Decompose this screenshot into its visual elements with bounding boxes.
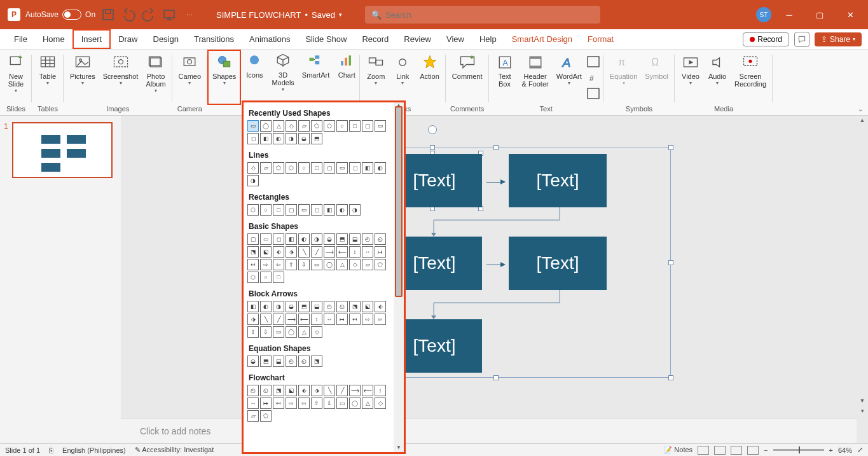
shape-gallery-item[interactable]: ↕ (349, 246, 361, 258)
minimize-button[interactable]: ─ (776, 5, 802, 24)
shape-gallery-item[interactable]: ◐ (298, 233, 310, 245)
shape-gallery-item[interactable]: ⟵ (362, 385, 373, 396)
shape-gallery-item[interactable]: ◵ (375, 233, 386, 245)
shape-gallery-item[interactable]: ↕ (375, 385, 386, 396)
shape-gallery-item[interactable]: ▢ (324, 162, 335, 174)
shape-gallery-item[interactable]: ⇦ (375, 314, 386, 325)
shape-gallery-item[interactable]: ⬔ (273, 385, 284, 396)
shape-gallery-item[interactable]: ⬕ (260, 246, 272, 258)
shape-gallery-item[interactable]: ↔ (362, 246, 373, 258)
shape-gallery-item[interactable]: ◒ (286, 301, 297, 312)
wordart-button[interactable]: AWordArt▾ (553, 51, 586, 104)
shape-gallery-item[interactable]: ⬒ (336, 233, 348, 245)
fit-to-window-button[interactable]: ⤢ (857, 446, 863, 454)
shape-gallery-item[interactable]: ◑ (247, 175, 259, 186)
table-button[interactable]: Table ▾ (34, 51, 61, 104)
zoom-slider[interactable] (773, 449, 824, 451)
reading-view-button[interactable] (731, 446, 742, 455)
tab-draw[interactable]: Draw (111, 31, 145, 48)
shape-gallery-item[interactable]: ◐ (260, 301, 272, 312)
shape-gallery-item[interactable]: ╱ (273, 314, 284, 325)
shape-gallery-item[interactable]: ▭ (247, 120, 259, 132)
shape-gallery-item[interactable]: ⬠ (375, 259, 386, 270)
tab-help[interactable]: Help (472, 31, 504, 48)
language-indicator[interactable]: English (Philippines) (62, 446, 126, 454)
selection-handle[interactable] (668, 375, 673, 380)
shape-gallery-item[interactable]: ◯ (286, 326, 297, 338)
notes-placeholder[interactable]: Click to add notes (121, 426, 210, 436)
shape-gallery-item[interactable]: ◴ (247, 385, 259, 396)
shape-gallery-item[interactable]: ⬒ (298, 301, 310, 312)
shape-gallery-item[interactable]: ⬒ (260, 356, 272, 367)
equation-button[interactable]: πEquation▾ (606, 51, 641, 104)
shape-gallery-item[interactable]: ▭ (336, 162, 348, 174)
shape-gallery-item[interactable]: ⟵ (336, 246, 348, 258)
tab-file[interactable]: File (6, 31, 35, 48)
shape-gallery-item[interactable]: ◐ (336, 204, 348, 216)
shape-gallery-item[interactable]: ↔ (247, 397, 259, 409)
shape-gallery-item[interactable]: ↔ (324, 314, 335, 325)
shape-gallery-item[interactable]: ⬔ (349, 301, 361, 312)
shape-gallery-item[interactable]: ⇨ (260, 259, 272, 270)
shape-gallery-item[interactable]: ⇩ (298, 259, 310, 270)
shape-gallery-item[interactable]: ⇦ (273, 259, 284, 270)
shape-gallery-item[interactable]: △ (336, 259, 348, 270)
normal-view-button[interactable] (698, 446, 709, 455)
shape-gallery-item[interactable]: ◒ (298, 133, 310, 144)
shape-gallery-item[interactable]: ⬖ (298, 385, 310, 396)
tab-smartart-design[interactable]: SmartArt Design (504, 31, 580, 48)
qat-more-icon[interactable]: ⋯ (182, 7, 197, 22)
slide-thumbnail-1[interactable] (12, 122, 113, 178)
shape-gallery-item[interactable]: ▱ (362, 259, 373, 270)
selection-handle[interactable] (493, 375, 499, 380)
shape-gallery-item[interactable]: ⇧ (247, 326, 259, 338)
smartart-button[interactable]: SmartArt (298, 50, 333, 105)
selection-handle[interactable] (668, 145, 673, 150)
slide-sorter-view-button[interactable] (714, 446, 726, 455)
shape-gallery-item[interactable]: ⬕ (362, 301, 373, 312)
audio-button[interactable]: Audio▾ (704, 51, 731, 104)
screenshot-button[interactable]: Screenshot▾ (99, 51, 142, 104)
shape-gallery-item[interactable]: ⟶ (324, 246, 335, 258)
zoom-button[interactable]: Zoom▾ (362, 51, 389, 104)
shape-gallery-item[interactable]: ▢ (286, 204, 297, 216)
save-icon[interactable] (100, 7, 116, 22)
shape-gallery-item[interactable]: ↦ (375, 246, 386, 258)
icons-button[interactable]: Icons (241, 50, 268, 105)
slideshow-view-button[interactable] (747, 446, 759, 455)
shape-gallery-item[interactable]: □ (311, 162, 322, 174)
shape-gallery-item[interactable]: ⬡ (324, 120, 335, 132)
shape-gallery-item[interactable]: ↤ (273, 397, 284, 409)
shape-gallery-item[interactable]: ◧ (324, 204, 335, 216)
selection-handle[interactable] (668, 260, 673, 265)
comments-pane-button[interactable] (794, 32, 809, 47)
slide-thumbnail-panel[interactable]: 1 (0, 116, 121, 443)
video-button[interactable]: Video▾ (677, 51, 704, 104)
shape-gallery-item[interactable]: ⬓ (273, 356, 284, 367)
date-time-button[interactable] (587, 56, 600, 67)
action-button[interactable]: Action (416, 51, 443, 104)
shape-gallery-item[interactable]: ⬖ (273, 246, 284, 258)
shape-gallery-item[interactable]: ○ (260, 204, 272, 216)
object-button[interactable] (587, 88, 600, 99)
zoom-out-button[interactable]: − (764, 446, 768, 454)
shape-gallery-item[interactable]: ◧ (260, 133, 272, 144)
shape-gallery-item[interactable]: ⬗ (286, 246, 297, 258)
shape-gallery-item[interactable]: ◵ (336, 301, 348, 312)
photo-album-button[interactable]: PhotoAlbum▾ (142, 51, 169, 104)
shape-gallery-item[interactable]: ▢ (362, 120, 373, 132)
shape-gallery-item[interactable]: ◯ (324, 259, 335, 270)
shape-gallery-item[interactable]: ⬠ (273, 162, 284, 174)
shape-gallery-item[interactable]: ◇ (247, 162, 259, 174)
shape-gallery-item[interactable]: ◒ (247, 356, 259, 367)
tab-slideshow[interactable]: Slide Show (298, 31, 354, 48)
shape-gallery-item[interactable]: ↤ (247, 259, 259, 270)
shape-gallery-item[interactable]: ◑ (349, 204, 361, 216)
ribbon-collapse-icon[interactable]: ⌄ (858, 106, 863, 113)
shape-gallery-item[interactable]: △ (273, 120, 284, 132)
comment-button[interactable]: Comment (448, 51, 486, 104)
close-button[interactable]: ✕ (837, 5, 863, 24)
shape-gallery-item[interactable]: ○ (336, 120, 348, 132)
shape-gallery-item[interactable]: ▭ (273, 326, 284, 338)
shape-gallery-item[interactable]: ↦ (260, 397, 272, 409)
